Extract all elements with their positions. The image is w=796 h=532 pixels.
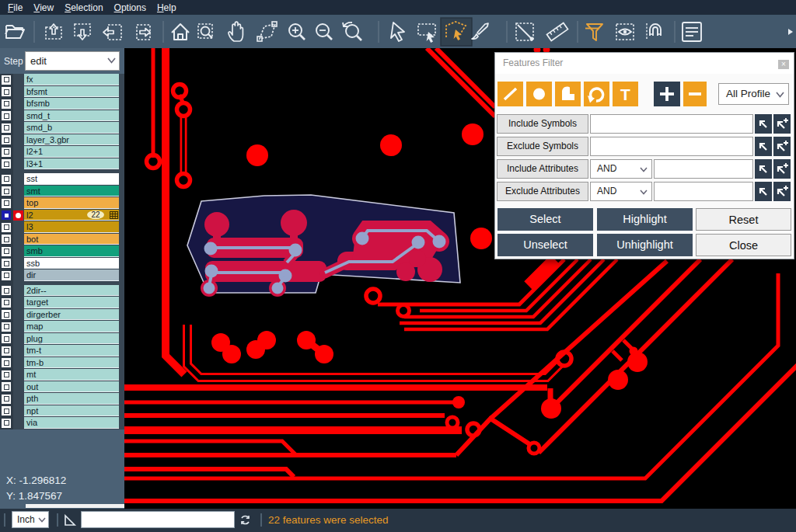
svg-text:T: T [620,85,630,103]
